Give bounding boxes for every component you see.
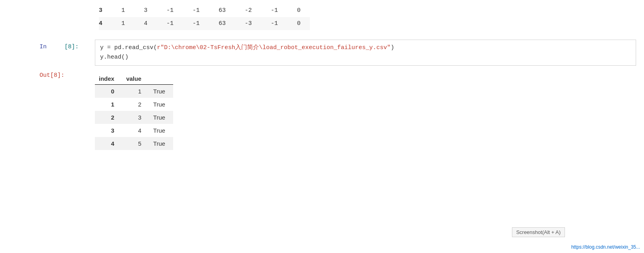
output-dataframe-table: index value 01True12True23True34True45Tr… [95, 73, 173, 150]
table-row: 414-1-163-3-10 [99, 17, 310, 30]
out-label: Out[8]: [0, 69, 95, 82]
code-cell-content[interactable]: y = pd.read_csv(r"D:\chrome\02-TsFresh入门… [95, 40, 636, 66]
col-header-value: value [122, 73, 149, 85]
table-row: 12True [95, 98, 173, 111]
table-row: 313-1-163-2-10 [99, 4, 310, 17]
top-data-table: 313-1-163-2-10414-1-163-3-10 [99, 4, 310, 30]
in-keyword: In [40, 44, 47, 50]
output-cell-8: Out[8]: index value 01True12True23True34… [0, 67, 644, 152]
code-line-1: y = pd.read_csv(r"D:\chrome\02-TsFresh入门… [100, 43, 631, 53]
in-number: [8]: [64, 44, 79, 50]
table-row: 34True [95, 124, 173, 137]
screenshot-tooltip: Screenshot(Alt + A) [512, 227, 565, 237]
col-header-index: index [95, 73, 122, 85]
notebook-container: 313-1-163-2-10414-1-163-3-10 In [8]: y =… [0, 0, 644, 253]
table-row: 45True [95, 137, 173, 150]
top-table-section: 313-1-163-2-10414-1-163-3-10 [0, 0, 644, 38]
cell-in-label: In [8]: [0, 40, 95, 55]
input-cell-8: In [8]: y = pd.read_csv(r"D:\chrome\02-T… [0, 38, 644, 67]
out-content: index value 01True12True23True34True45Tr… [95, 69, 644, 150]
code-line-2: y.3head() [100, 53, 631, 62]
table-row: 23True [95, 111, 173, 124]
watermark: https://blog.csdn.net/weixin_35... [571, 244, 640, 250]
table-row: 01True [95, 85, 173, 98]
col-header-bool [149, 73, 173, 85]
